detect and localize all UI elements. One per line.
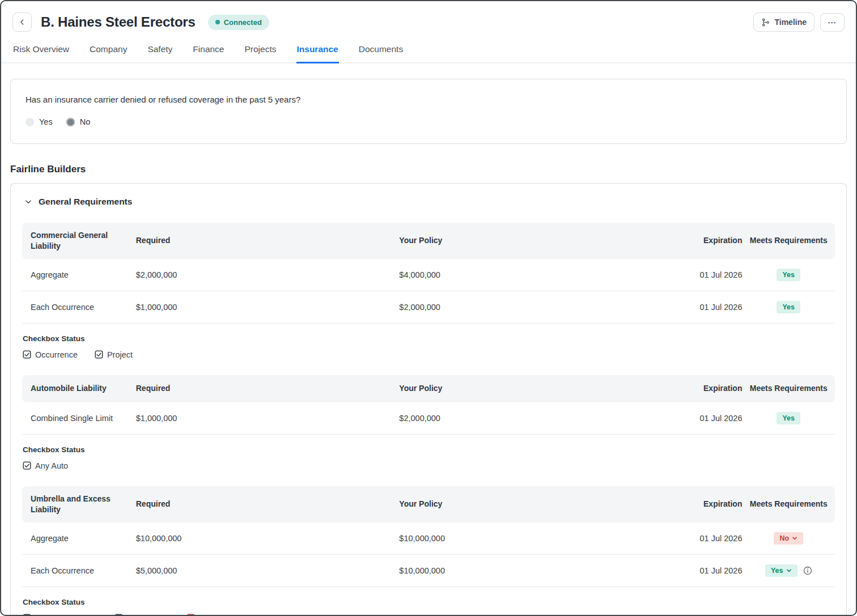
table-title: Automobile Liability: [22, 383, 136, 394]
column-header-required: Required: [136, 235, 400, 246]
cell-expiration: 01 Jul 2026: [676, 303, 743, 312]
checkbox-checked-icon: [23, 350, 31, 359]
tab-company[interactable]: Company: [89, 42, 128, 62]
timeline-button[interactable]: Timeline: [753, 12, 814, 32]
chevron-down-icon: [792, 536, 797, 541]
checkbox-status-label: Checkbox Status: [22, 598, 835, 606]
meets-status-badge: Yes: [777, 269, 800, 281]
radio-icon: [66, 118, 75, 126]
checkbox-label: Occurrence: [35, 350, 78, 359]
tab-safety[interactable]: Safety: [147, 42, 173, 62]
tab-documents[interactable]: Documents: [358, 42, 404, 62]
column-header-expiration: Expiration: [676, 383, 743, 394]
radio-group: Yes No: [26, 117, 831, 126]
checkbox-umbrella-liability[interactable]: Umbrella Liability: [23, 614, 97, 616]
checkbox-occurrence[interactable]: Occurrence: [114, 614, 169, 616]
chevron-down-icon: [786, 568, 792, 573]
checkbox-label: Project: [107, 350, 133, 359]
chevron-down-icon: [24, 198, 32, 206]
coverage-question-card: Has an insurance carrier denied or refus…: [10, 79, 847, 144]
radio-icon: [26, 118, 34, 126]
cell-label: Combined Single Limit: [22, 414, 136, 423]
column-header-required: Required: [136, 383, 400, 394]
checkbox-label: Waiver of Subrogation: [199, 614, 280, 616]
tab-insurance[interactable]: Insurance: [296, 42, 339, 63]
table-title: Commercial General Liability: [22, 230, 136, 252]
cell-required: $10,000,000: [136, 534, 400, 543]
general-requirements-toggle[interactable]: General Requirements: [22, 197, 835, 207]
back-button[interactable]: [12, 12, 32, 32]
table-row: Each Occurrence$1,000,000$2,000,00001 Ju…: [22, 291, 835, 324]
requirements-table: Commercial General LiabilityRequiredYour…: [22, 223, 835, 359]
checkbox-status-label: Checkbox Status: [22, 445, 835, 454]
tab-finance[interactable]: Finance: [192, 42, 224, 62]
meets-dropdown-badge[interactable]: No: [774, 532, 803, 545]
requirements-table: Umbrella and Excess LiabilityRequiredYou…: [22, 486, 835, 616]
column-header-your-policy: Your Policy: [399, 235, 676, 246]
column-header-your-policy: Your Policy: [399, 499, 676, 509]
cell-meets-requirements: Yes: [742, 269, 834, 281]
checkbox-any-auto[interactable]: Any Auto: [23, 461, 68, 470]
more-options-button[interactable]: ⋯: [820, 13, 845, 32]
checkbox-group: Any Auto: [22, 461, 835, 470]
meets-status-badge: Yes: [777, 412, 800, 424]
checkbox-checked-icon: [95, 350, 103, 359]
cell-your-policy: $2,000,000: [399, 303, 676, 312]
meets-value: Yes: [771, 567, 783, 575]
table-row: Aggregate$10,000,000$10,000,00001 Jul 20…: [22, 522, 835, 555]
cell-expiration: 01 Jul 2026: [676, 270, 743, 279]
table-row: Combined Single Limit$1,000,000$2,000,00…: [22, 402, 835, 435]
tab-projects[interactable]: Projects: [244, 42, 277, 62]
tab-bar: Risk Overview Company Safety Finance Pro…: [1, 42, 856, 63]
checkbox-group: Umbrella LiabilityOccurrenceWaiver of Su…: [22, 614, 835, 616]
chevron-left-icon: [18, 18, 26, 26]
cell-meets-requirements: No: [742, 532, 834, 545]
checkbox-waiver-of-subrogation[interactable]: Waiver of Subrogation: [186, 614, 280, 616]
table-header-row: Commercial General LiabilityRequiredYour…: [22, 223, 835, 259]
cell-expiration: 01 Jul 2026: [676, 414, 743, 423]
column-header-required: Required: [136, 499, 400, 509]
cell-label: Aggregate: [22, 270, 136, 279]
column-header-your-policy: Your Policy: [399, 383, 676, 394]
cell-meets-requirements: Yes: [742, 301, 834, 313]
meets-dropdown-badge[interactable]: Yes: [765, 564, 797, 577]
cell-your-policy: $10,000,000: [399, 534, 676, 543]
cell-your-policy: $10,000,000: [399, 566, 676, 575]
tab-risk-overview[interactable]: Risk Overview: [12, 42, 70, 62]
requirements-table: Automobile LiabilityRequiredYour PolicyE…: [22, 375, 835, 470]
timeline-icon: [761, 18, 770, 27]
general-requirements-card: General Requirements Commercial General …: [10, 183, 847, 616]
checkbox-label: Umbrella Liability: [35, 614, 97, 616]
column-header-meets-requirements: Meets Requirements: [742, 499, 834, 509]
cell-label: Each Occurrence: [22, 303, 136, 312]
vendor-heading: Fairline Builders: [10, 164, 847, 175]
column-header-expiration: Expiration: [676, 235, 743, 246]
column-header-meets-requirements: Meets Requirements: [742, 383, 834, 394]
cell-required: $1,000,000: [136, 414, 400, 423]
status-dot-icon: [215, 20, 220, 24]
radio-label-no: No: [80, 117, 91, 126]
app-window: B. Haines Steel Erectors Connected Timel…: [0, 0, 857, 616]
radio-option-no[interactable]: No: [66, 117, 91, 126]
page-title: B. Haines Steel Erectors: [41, 14, 196, 30]
cell-expiration: 01 Jul 2026: [676, 566, 743, 575]
status-badge: Connected: [208, 15, 269, 30]
tables-list: Commercial General LiabilityRequiredYour…: [22, 223, 835, 616]
meets-value: Yes: [782, 414, 795, 422]
table-row: Each Occurrence$5,000,000$10,000,00001 J…: [22, 555, 835, 587]
table-row: Aggregate$2,000,000$4,000,00001 Jul 2026…: [22, 259, 835, 291]
checkbox-label: Any Auto: [35, 461, 68, 470]
meets-value: Yes: [782, 271, 795, 279]
status-badge-label: Connected: [224, 18, 262, 27]
checkbox-checked-icon: [114, 614, 123, 616]
radio-option-yes[interactable]: Yes: [26, 117, 53, 126]
table-title: Umbrella and Excess Liability: [22, 494, 136, 515]
topbar: B. Haines Steel Erectors Connected Timel…: [1, 1, 856, 32]
checkbox-checked-icon: [23, 461, 31, 470]
cell-required: $1,000,000: [136, 303, 400, 312]
cell-meets-requirements: Yes: [742, 564, 834, 577]
info-icon[interactable]: [803, 566, 812, 575]
checkbox-label: Occurrence: [127, 614, 169, 616]
checkbox-project[interactable]: Project: [95, 350, 133, 359]
checkbox-occurrence[interactable]: Occurrence: [23, 350, 78, 359]
